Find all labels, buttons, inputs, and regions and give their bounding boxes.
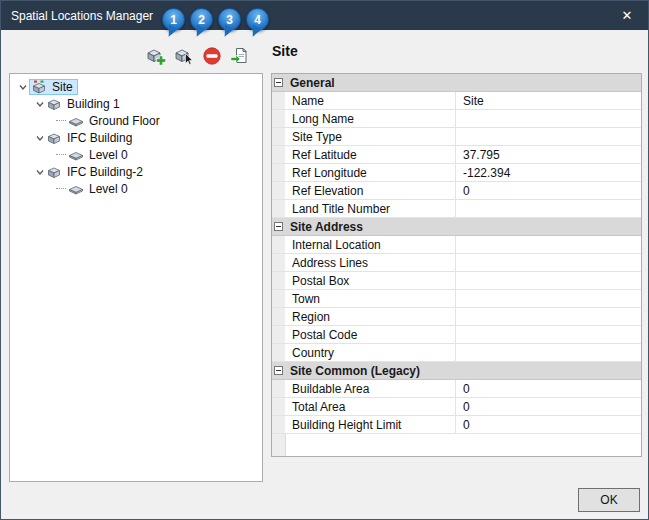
tree-item-label: Ground Floor	[87, 114, 162, 128]
property-label: Address Lines	[285, 254, 456, 271]
tree-item-site[interactable]: Site	[10, 78, 262, 95]
property-row-town: Town	[272, 290, 641, 308]
property-group-header-general[interactable]: General	[272, 74, 641, 92]
collapse-icon[interactable]	[274, 222, 283, 231]
chevron-down-icon[interactable]	[33, 131, 46, 144]
add-site-button[interactable]	[143, 44, 168, 68]
ok-button[interactable]: OK	[578, 488, 640, 512]
row-gutter	[272, 236, 285, 253]
property-row-land-title-number: Land Title Number	[272, 200, 641, 218]
row-gutter	[272, 344, 285, 361]
chevron-down-icon[interactable]	[33, 97, 46, 110]
callout-number: 2	[198, 13, 205, 27]
tree-item-label: Site	[50, 80, 75, 94]
row-gutter	[272, 380, 285, 397]
collapse-icon[interactable]	[274, 366, 283, 375]
collapse-icon[interactable]	[274, 78, 283, 87]
property-row-ref-longitude: Ref Longitude -122.394	[272, 164, 641, 182]
property-value[interactable]: 0	[456, 398, 641, 415]
callout-number: 4	[254, 13, 261, 27]
property-row-postal-code: Postal Code	[272, 326, 641, 344]
row-gutter	[272, 308, 285, 325]
remove-location-button[interactable]	[199, 44, 224, 68]
property-value[interactable]	[456, 236, 641, 253]
add-site-icon	[146, 46, 166, 66]
property-label: Internal Location	[285, 236, 456, 253]
property-label: Name	[285, 92, 456, 109]
callout-pin-1: 1	[162, 8, 185, 31]
property-group-label: Site Common (Legacy)	[290, 364, 420, 378]
property-value[interactable]: -122.394	[456, 164, 641, 181]
add-building-button[interactable]	[171, 44, 196, 68]
property-value[interactable]	[456, 200, 641, 217]
callout-pin-4: 4	[246, 8, 269, 31]
property-row-region: Region	[272, 308, 641, 326]
property-row-country: Country	[272, 344, 641, 362]
row-gutter	[272, 110, 285, 127]
property-value[interactable]: 0	[456, 182, 641, 199]
tree-item-label: Level 0	[87, 148, 130, 162]
property-row-buildable-area: Buildable Area 0	[272, 380, 641, 398]
property-group-header-site-common-legacy[interactable]: Site Common (Legacy)	[272, 362, 641, 380]
tree-connector	[56, 120, 66, 121]
row-gutter	[272, 146, 285, 163]
row-gutter	[272, 272, 285, 289]
row-gutter	[272, 254, 285, 271]
property-label: Long Name	[285, 110, 456, 127]
property-group-label: General	[290, 76, 335, 90]
property-value[interactable]: Site	[456, 92, 641, 109]
property-label: Postal Code	[285, 326, 456, 343]
property-label: Site Type	[285, 128, 456, 145]
property-row-internal-location: Internal Location	[272, 236, 641, 254]
property-value[interactable]: 37.795	[456, 146, 641, 163]
building-icon	[46, 130, 62, 146]
close-button[interactable]: ✕	[606, 1, 648, 30]
property-group-header-site-address[interactable]: Site Address	[272, 218, 641, 236]
tree-item-label: IFC Building-2	[65, 165, 145, 179]
tree-item-label: Level 0	[87, 182, 130, 196]
floor-icon	[68, 113, 84, 129]
tree-connector	[56, 188, 66, 189]
callout-number: 1	[170, 13, 177, 27]
tree-item-building-1[interactable]: Building 1	[10, 95, 262, 112]
property-value[interactable]	[456, 254, 641, 271]
callout-pin-2: 2	[190, 8, 213, 31]
tree-selection-highlight: Site	[29, 79, 78, 95]
property-value[interactable]	[456, 344, 641, 361]
tree-item-ground-floor[interactable]: Ground Floor	[10, 112, 262, 129]
property-label: Postal Box	[285, 272, 456, 289]
close-icon: ✕	[622, 8, 633, 23]
property-row-postal-box: Postal Box	[272, 272, 641, 290]
tree-item-level-0-2[interactable]: Level 0	[10, 180, 262, 197]
property-label: Ref Longitude	[285, 164, 456, 181]
spatial-locations-manager-dialog: Spatial Locations Manager ✕ 1 2 3 4	[0, 0, 649, 520]
import-location-button[interactable]	[227, 44, 252, 68]
tree-item-ifc-building[interactable]: IFC Building	[10, 129, 262, 146]
property-value[interactable]	[456, 128, 641, 145]
property-value[interactable]	[456, 326, 641, 343]
property-value[interactable]: 0	[456, 416, 641, 433]
property-label: Building Height Limit	[285, 416, 456, 433]
remove-location-icon	[202, 46, 222, 66]
row-gutter	[272, 290, 285, 307]
property-label: Land Title Number	[285, 200, 456, 217]
building-icon	[46, 164, 62, 180]
chevron-down-icon[interactable]	[33, 165, 46, 178]
property-row-name: Name Site	[272, 92, 641, 110]
import-location-icon	[230, 46, 250, 66]
property-label: Region	[285, 308, 456, 325]
property-value[interactable]: 0	[456, 380, 641, 397]
tree-item-ifc-building-2[interactable]: IFC Building-2	[10, 163, 262, 180]
property-value[interactable]	[456, 272, 641, 289]
row-gutter	[272, 128, 285, 145]
property-row-ref-latitude: Ref Latitude 37.795	[272, 146, 641, 164]
property-value[interactable]	[456, 308, 641, 325]
property-value[interactable]	[456, 290, 641, 307]
chevron-down-icon[interactable]	[16, 80, 29, 93]
property-value[interactable]	[456, 110, 641, 127]
site-icon	[31, 79, 47, 95]
callout-pin-3: 3	[218, 8, 241, 31]
property-row-building-height-limit: Building Height Limit 0	[272, 416, 641, 434]
row-gutter	[272, 164, 285, 181]
tree-item-level-0[interactable]: Level 0	[10, 146, 262, 163]
